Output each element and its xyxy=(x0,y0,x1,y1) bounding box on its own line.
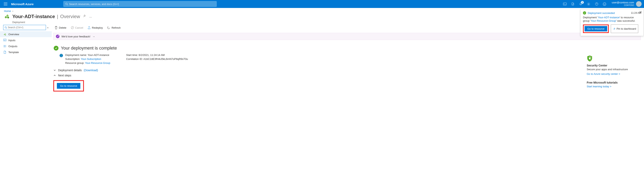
sidebar-item-label: Overview xyxy=(8,33,19,36)
arrow-right-icon: → xyxy=(92,35,95,38)
notifications-badge: 2 xyxy=(581,1,584,4)
go-to-resource-button[interactable]: Go to resource xyxy=(57,83,80,89)
start-time-value: 6/2/2021, 11:24:14 AM xyxy=(139,54,165,56)
inputs-icon xyxy=(3,39,6,42)
success-icon xyxy=(54,46,58,50)
svg-line-12 xyxy=(6,28,7,28)
more-icon[interactable]: ⋯ xyxy=(88,15,93,20)
globe-icon xyxy=(59,54,63,58)
deployment-name-value: Your-ADT-instance xyxy=(88,54,110,56)
content: Delete Cancel Redeploy Refresh We'd love… xyxy=(52,24,644,95)
template-icon xyxy=(3,51,6,54)
pin-icon[interactable] xyxy=(82,14,86,18)
page-section: Overview xyxy=(60,14,80,19)
svg-point-5 xyxy=(603,2,606,6)
svg-rect-13 xyxy=(4,34,5,35)
cancel-button: Cancel xyxy=(71,26,83,29)
user-block[interactable]: user@contoso.com CONTOSO xyxy=(610,1,635,7)
success-icon xyxy=(583,11,586,14)
toast-rg-link[interactable]: Your-Resource-Group xyxy=(591,19,616,22)
cubes-icon xyxy=(3,33,6,36)
breadcrumb: Home › xyxy=(0,8,644,13)
svg-point-3 xyxy=(588,4,589,4)
svg-point-11 xyxy=(5,27,6,28)
feedback-bar[interactable]: We'd love your feedback! → xyxy=(53,33,641,40)
svg-rect-2 xyxy=(563,3,566,5)
shield-icon xyxy=(587,55,637,62)
svg-rect-15 xyxy=(5,34,6,36)
toast-title[interactable]: Deployment succeeded xyxy=(588,12,615,14)
security-center-link[interactable]: Go to Azure security center > xyxy=(587,72,620,76)
svg-rect-8 xyxy=(4,16,7,18)
deployment-details-section[interactable]: Deployment details (Download) xyxy=(53,69,583,72)
pin-icon xyxy=(613,28,615,30)
svg-point-6 xyxy=(604,4,604,4)
tutorials-heading: Free Microsoft tutorials xyxy=(587,81,637,84)
global-search[interactable] xyxy=(64,1,216,7)
chevron-down-icon xyxy=(53,69,56,72)
security-center-heading: Security Center xyxy=(587,64,637,67)
next-steps-section[interactable]: Next steps xyxy=(53,74,583,77)
highlight-ring: Go to resource xyxy=(53,80,84,92)
feedback-icon[interactable] xyxy=(601,0,608,8)
sidebar-item-template[interactable]: Template xyxy=(0,49,52,55)
status-title: Your deployment is complete xyxy=(61,46,117,51)
sidebar-item-label: Inputs xyxy=(8,39,15,42)
page-header: Your-ADT-instance | Overview ⋯ xyxy=(0,13,644,21)
resource-group-link[interactable]: Your-Resource-Group xyxy=(85,62,110,64)
toast-notification: Deployment succeeded 11:24 AM Deployment… xyxy=(580,9,644,36)
svg-point-7 xyxy=(605,4,606,4)
delete-button[interactable]: Delete xyxy=(54,26,66,29)
sidebar-item-label: Outputs xyxy=(8,45,18,48)
help-icon[interactable] xyxy=(593,0,600,8)
brand[interactable]: Microsoft Azure xyxy=(11,2,34,6)
highlight-ring: Go to resource xyxy=(583,24,609,33)
sidebar-item-overview[interactable]: Overview xyxy=(0,31,52,37)
user-tenant: CONTOSO xyxy=(612,4,634,7)
subscription-link[interactable]: Your-Subscription xyxy=(81,58,101,60)
sidebar-search[interactable] xyxy=(3,25,46,30)
sidebar-item-label: Template xyxy=(8,51,19,54)
topbar: Microsoft Azure 2 user@contoso.com CONTO… xyxy=(0,0,644,8)
feedback-text: We'd love your feedback! xyxy=(62,35,90,38)
cloud-shell-icon[interactable] xyxy=(561,0,568,8)
notifications-icon[interactable]: 2 xyxy=(577,0,584,8)
svg-rect-21 xyxy=(589,58,590,59)
right-rail: Security Center Secure your apps and inf… xyxy=(583,40,641,95)
toast-go-to-resource-button[interactable]: Go to resource xyxy=(584,26,607,32)
tutorials-link[interactable]: Start learning today > xyxy=(587,85,612,88)
hamburger-menu[interactable] xyxy=(2,0,10,8)
feedback-icon xyxy=(56,34,60,38)
svg-rect-14 xyxy=(4,33,6,34)
toolbar: Delete Cancel Redeploy Refresh xyxy=(53,24,641,32)
sidebar-item-inputs[interactable]: Inputs xyxy=(0,37,52,43)
status-row: Your deployment is complete xyxy=(54,46,583,51)
download-link[interactable]: (Download) xyxy=(84,69,98,72)
resource-kind: Deployment xyxy=(8,21,644,24)
sidebar-search-input[interactable] xyxy=(8,26,44,29)
search-icon xyxy=(4,26,7,29)
chevron-up-icon xyxy=(53,74,56,76)
refresh-button[interactable]: Refresh xyxy=(107,26,121,29)
svg-line-18 xyxy=(72,27,74,29)
settings-icon[interactable] xyxy=(585,0,592,8)
security-center-text: Secure your apps and infrastructure xyxy=(587,68,637,71)
outputs-icon xyxy=(3,45,6,47)
toast-deployment-link[interactable]: Your-ADT-instance xyxy=(598,16,620,19)
close-icon[interactable] xyxy=(639,10,642,14)
global-search-input[interactable] xyxy=(69,2,214,6)
sidebar: « Overview Inputs Outputs Template xyxy=(0,24,52,95)
page-title: Your-ADT-instance xyxy=(12,14,55,19)
correlation-id-value: A1bC2dE3fH4iJ5kL6mN7oP8qR9sT0u xyxy=(144,58,188,60)
breadcrumb-home[interactable]: Home xyxy=(4,10,11,12)
pin-to-dashboard-button[interactable]: Pin to dashboard xyxy=(611,24,638,33)
sidebar-item-outputs[interactable]: Outputs xyxy=(0,43,52,49)
resource-icon xyxy=(4,13,10,20)
svg-point-0 xyxy=(66,3,68,5)
directory-icon[interactable] xyxy=(569,0,576,8)
collapse-sidebar-icon[interactable]: « xyxy=(47,26,48,29)
avatar[interactable] xyxy=(636,1,642,7)
user-email: user@contoso.com xyxy=(612,1,634,4)
redeploy-button[interactable]: Redeploy xyxy=(88,26,103,29)
deployment-details: Deployment name: Your-ADT-instance Subsc… xyxy=(59,53,583,65)
